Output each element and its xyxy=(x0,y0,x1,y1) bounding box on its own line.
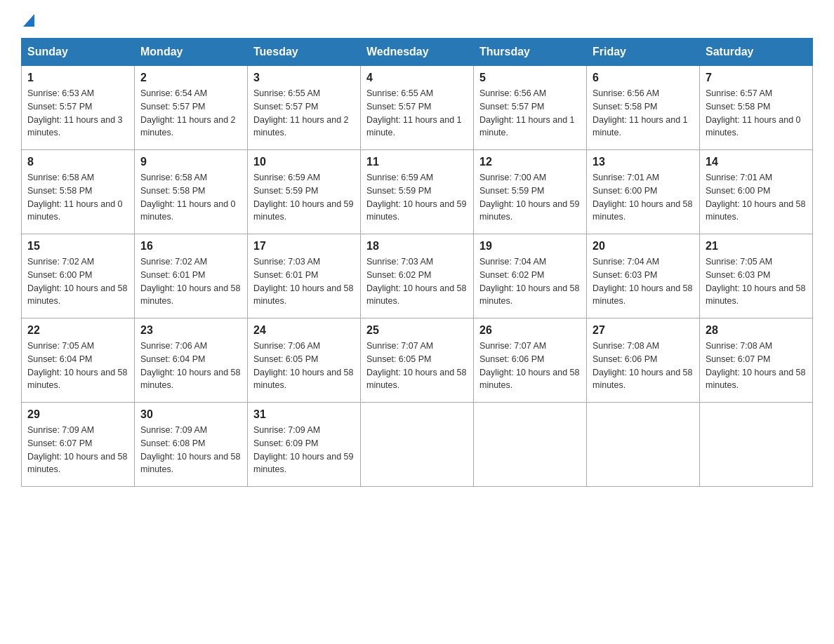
column-header-wednesday: Wednesday xyxy=(361,39,474,66)
calendar-day-cell: 28 Sunrise: 7:08 AM Sunset: 6:07 PM Dayl… xyxy=(700,318,813,403)
day-info: Sunrise: 7:01 AM Sunset: 6:00 PM Dayligh… xyxy=(593,171,694,224)
day-number: 23 xyxy=(140,324,241,337)
calendar-header-row: SundayMondayTuesdayWednesdayThursdayFrid… xyxy=(22,39,813,66)
day-info: Sunrise: 7:06 AM Sunset: 6:05 PM Dayligh… xyxy=(253,340,355,392)
calendar-day-cell: 12 Sunrise: 7:00 AM Sunset: 5:59 PM Dayl… xyxy=(474,150,587,234)
column-header-tuesday: Tuesday xyxy=(248,39,361,66)
day-info: Sunrise: 6:56 AM Sunset: 5:58 PM Dayligh… xyxy=(593,87,694,140)
calendar-day-cell: 13 Sunrise: 7:01 AM Sunset: 6:00 PM Dayl… xyxy=(587,150,700,234)
calendar-day-cell xyxy=(361,403,474,487)
calendar-day-cell: 16 Sunrise: 7:02 AM Sunset: 6:01 PM Dayl… xyxy=(135,234,248,318)
day-info: Sunrise: 7:07 AM Sunset: 6:05 PM Dayligh… xyxy=(366,340,468,392)
calendar-week-row: 15 Sunrise: 7:02 AM Sunset: 6:00 PM Dayl… xyxy=(22,234,813,318)
day-info: Sunrise: 6:58 AM Sunset: 5:58 PM Dayligh… xyxy=(140,171,241,224)
day-info: Sunrise: 6:57 AM Sunset: 5:58 PM Dayligh… xyxy=(706,87,807,140)
calendar-day-cell: 10 Sunrise: 6:59 AM Sunset: 5:59 PM Dayl… xyxy=(248,150,361,234)
day-info: Sunrise: 6:56 AM Sunset: 5:57 PM Dayligh… xyxy=(479,87,581,140)
calendar-day-cell: 1 Sunrise: 6:53 AM Sunset: 5:57 PM Dayli… xyxy=(22,66,135,150)
day-number: 9 xyxy=(140,156,241,168)
calendar-day-cell: 22 Sunrise: 7:05 AM Sunset: 6:04 PM Dayl… xyxy=(22,318,135,403)
calendar-day-cell: 23 Sunrise: 7:06 AM Sunset: 6:04 PM Dayl… xyxy=(135,318,248,403)
day-info: Sunrise: 6:58 AM Sunset: 5:58 PM Dayligh… xyxy=(27,171,128,224)
day-number: 11 xyxy=(366,156,468,168)
day-info: Sunrise: 7:06 AM Sunset: 6:04 PM Dayligh… xyxy=(140,340,241,392)
calendar-day-cell: 8 Sunrise: 6:58 AM Sunset: 5:58 PM Dayli… xyxy=(22,150,135,234)
day-info: Sunrise: 7:02 AM Sunset: 6:01 PM Dayligh… xyxy=(140,255,241,308)
logo xyxy=(21,14,34,24)
day-number: 7 xyxy=(706,72,807,84)
day-number: 1 xyxy=(27,72,128,84)
calendar-day-cell: 7 Sunrise: 6:57 AM Sunset: 5:58 PM Dayli… xyxy=(700,66,813,150)
day-info: Sunrise: 6:54 AM Sunset: 5:57 PM Dayligh… xyxy=(140,87,241,140)
calendar-day-cell xyxy=(474,403,587,487)
day-info: Sunrise: 6:55 AM Sunset: 5:57 PM Dayligh… xyxy=(253,87,355,140)
calendar-week-row: 22 Sunrise: 7:05 AM Sunset: 6:04 PM Dayl… xyxy=(22,318,813,403)
day-number: 30 xyxy=(140,408,241,421)
calendar-day-cell: 2 Sunrise: 6:54 AM Sunset: 5:57 PM Dayli… xyxy=(135,66,248,150)
day-info: Sunrise: 7:05 AM Sunset: 6:03 PM Dayligh… xyxy=(706,255,807,308)
day-info: Sunrise: 7:03 AM Sunset: 6:01 PM Dayligh… xyxy=(253,255,355,308)
day-info: Sunrise: 7:03 AM Sunset: 6:02 PM Dayligh… xyxy=(366,255,468,308)
calendar-day-cell: 26 Sunrise: 7:07 AM Sunset: 6:06 PM Dayl… xyxy=(474,318,587,403)
day-number: 19 xyxy=(479,240,581,253)
day-number: 28 xyxy=(706,324,807,337)
day-info: Sunrise: 7:02 AM Sunset: 6:00 PM Dayligh… xyxy=(27,255,128,308)
day-number: 29 xyxy=(27,408,128,421)
column-header-saturday: Saturday xyxy=(700,39,813,66)
day-info: Sunrise: 7:04 AM Sunset: 6:02 PM Dayligh… xyxy=(479,255,581,308)
calendar-day-cell: 6 Sunrise: 6:56 AM Sunset: 5:58 PM Dayli… xyxy=(587,66,700,150)
calendar-day-cell: 29 Sunrise: 7:09 AM Sunset: 6:07 PM Dayl… xyxy=(22,403,135,487)
day-number: 12 xyxy=(479,156,581,168)
day-number: 26 xyxy=(479,324,581,337)
day-number: 31 xyxy=(253,408,355,421)
day-info: Sunrise: 7:05 AM Sunset: 6:04 PM Dayligh… xyxy=(27,340,128,392)
day-number: 3 xyxy=(253,72,355,84)
calendar-day-cell: 31 Sunrise: 7:09 AM Sunset: 6:09 PM Dayl… xyxy=(248,403,361,487)
logo-triangle-icon xyxy=(23,14,34,27)
calendar-day-cell: 5 Sunrise: 6:56 AM Sunset: 5:57 PM Dayli… xyxy=(474,66,587,150)
calendar-week-row: 8 Sunrise: 6:58 AM Sunset: 5:58 PM Dayli… xyxy=(22,150,813,234)
day-number: 18 xyxy=(366,240,468,253)
day-info: Sunrise: 7:01 AM Sunset: 6:00 PM Dayligh… xyxy=(706,171,807,224)
day-number: 22 xyxy=(27,324,128,337)
day-number: 5 xyxy=(479,72,581,84)
day-info: Sunrise: 6:55 AM Sunset: 5:57 PM Dayligh… xyxy=(366,87,468,140)
calendar-day-cell: 18 Sunrise: 7:03 AM Sunset: 6:02 PM Dayl… xyxy=(361,234,474,318)
day-info: Sunrise: 7:07 AM Sunset: 6:06 PM Dayligh… xyxy=(479,340,581,392)
calendar-day-cell: 14 Sunrise: 7:01 AM Sunset: 6:00 PM Dayl… xyxy=(700,150,813,234)
column-header-thursday: Thursday xyxy=(474,39,587,66)
day-info: Sunrise: 7:09 AM Sunset: 6:07 PM Dayligh… xyxy=(27,424,128,476)
day-info: Sunrise: 6:53 AM Sunset: 5:57 PM Dayligh… xyxy=(27,87,128,140)
day-number: 20 xyxy=(593,240,694,253)
calendar-day-cell: 24 Sunrise: 7:06 AM Sunset: 6:05 PM Dayl… xyxy=(248,318,361,403)
calendar-day-cell: 3 Sunrise: 6:55 AM Sunset: 5:57 PM Dayli… xyxy=(248,66,361,150)
calendar-day-cell: 4 Sunrise: 6:55 AM Sunset: 5:57 PM Dayli… xyxy=(361,66,474,150)
day-number: 8 xyxy=(27,156,128,168)
day-info: Sunrise: 6:59 AM Sunset: 5:59 PM Dayligh… xyxy=(366,171,468,224)
calendar-table: SundayMondayTuesdayWednesdayThursdayFrid… xyxy=(21,38,813,487)
calendar-day-cell xyxy=(587,403,700,487)
day-info: Sunrise: 7:04 AM Sunset: 6:03 PM Dayligh… xyxy=(593,255,694,308)
calendar-day-cell xyxy=(700,403,813,487)
day-info: Sunrise: 7:08 AM Sunset: 6:07 PM Dayligh… xyxy=(706,340,807,392)
calendar-day-cell: 19 Sunrise: 7:04 AM Sunset: 6:02 PM Dayl… xyxy=(474,234,587,318)
day-number: 4 xyxy=(366,72,468,84)
day-number: 2 xyxy=(140,72,241,84)
calendar-day-cell: 20 Sunrise: 7:04 AM Sunset: 6:03 PM Dayl… xyxy=(587,234,700,318)
day-info: Sunrise: 7:09 AM Sunset: 6:09 PM Dayligh… xyxy=(253,424,355,476)
calendar-week-row: 29 Sunrise: 7:09 AM Sunset: 6:07 PM Dayl… xyxy=(22,403,813,487)
calendar-day-cell: 30 Sunrise: 7:09 AM Sunset: 6:08 PM Dayl… xyxy=(135,403,248,487)
day-info: Sunrise: 7:00 AM Sunset: 5:59 PM Dayligh… xyxy=(479,171,581,224)
column-header-monday: Monday xyxy=(135,39,248,66)
day-number: 10 xyxy=(253,156,355,168)
calendar-day-cell: 15 Sunrise: 7:02 AM Sunset: 6:00 PM Dayl… xyxy=(22,234,135,318)
day-info: Sunrise: 7:09 AM Sunset: 6:08 PM Dayligh… xyxy=(140,424,241,476)
day-number: 16 xyxy=(140,240,241,253)
calendar-week-row: 1 Sunrise: 6:53 AM Sunset: 5:57 PM Dayli… xyxy=(22,66,813,150)
day-number: 21 xyxy=(706,240,807,253)
day-number: 24 xyxy=(253,324,355,337)
day-number: 6 xyxy=(593,72,694,84)
day-number: 27 xyxy=(593,324,694,337)
calendar-day-cell: 25 Sunrise: 7:07 AM Sunset: 6:05 PM Dayl… xyxy=(361,318,474,403)
day-number: 13 xyxy=(593,156,694,168)
